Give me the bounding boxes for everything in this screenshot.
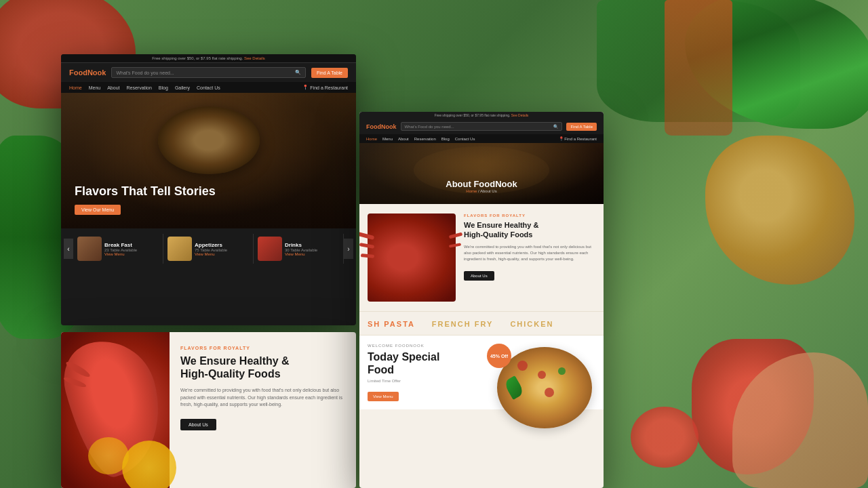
left-nav-contact[interactable]: Contact Us — [197, 85, 220, 90]
lemon-decoration-2 — [88, 437, 129, 474]
logo-brand: Food — [69, 68, 87, 77]
cat-breakfast-text: Break Fast 23 Table Available View Menu — [104, 242, 137, 256]
rm-about-btn[interactable]: About Us — [464, 271, 494, 281]
right-topbar: Free shipping over $50, or $7.95 flat ra… — [359, 112, 604, 119]
left-mockup: Free shipping over $50, or $7.95 flat ra… — [61, 54, 356, 325]
right-hero-title: About FoodNook — [446, 179, 517, 189]
lmb-title: We Ensure Healthy &High-Quality Foods — [180, 354, 345, 380]
rm-lobster-image — [368, 214, 456, 302]
right-special-section: WELCOME FOODNOOK Today SpecialFood Limit… — [359, 336, 604, 409]
marquee-fry: FRENCH FRY — [432, 320, 493, 328]
left-hero: Flavors That Tell Stories View Our Menu — [61, 93, 356, 228]
search-placeholder: What's Food do you need... — [116, 70, 174, 75]
right-nav: Home Menu About Reservation Blog Contact… — [359, 134, 604, 143]
right-mockup: Free shipping over $50, or $7.95 flat ra… — [359, 112, 604, 488]
cat-breakfast-img — [77, 237, 102, 261]
right-navbar: FoodNook What's Food do you need... 🔍 Fi… — [359, 119, 604, 134]
breadcrumb-current: About Us — [480, 189, 497, 193]
cat-appetizers-img — [167, 237, 192, 261]
topbar-link[interactable]: See Details — [244, 56, 265, 60]
cat-drinks-img — [258, 237, 282, 261]
discount-text: 45% Off — [490, 354, 508, 359]
hero-cta-btn[interactable]: View Our Menu — [75, 205, 121, 215]
cat-breakfast-name: Break Fast — [104, 242, 137, 248]
right-nav-find-restaurant: 📍 Find a Restaurant — [559, 136, 597, 141]
left-find-table-btn[interactable]: Find A Table — [311, 68, 348, 78]
topbar-text: Free shipping over $50, or $7.95 flat ra… — [152, 56, 243, 60]
mockups-container: Free shipping over $50, or $7.95 flat ra… — [0, 0, 868, 488]
left-nav-reservation[interactable]: Reservation — [127, 85, 152, 90]
left-nav: Home Menu About Reservation Blog Gallery… — [61, 82, 356, 93]
cat-next-arrow[interactable]: › — [344, 239, 353, 259]
rm-logo-brand: Food — [366, 123, 381, 130]
cat-drinks-link[interactable]: View Menu — [285, 252, 317, 256]
cat-prev-arrow[interactable]: ‹ — [64, 239, 73, 259]
rm-logo-suffix: Nook — [381, 123, 397, 130]
rm-nav-blog[interactable]: Blog — [441, 137, 450, 141]
cat-drinks-count: 30 Table Available — [285, 248, 317, 252]
rm-nav-menu[interactable]: Menu — [382, 137, 393, 141]
rm-about-title: We Ensure Healthy &High-Quality Foods — [464, 220, 595, 240]
left-nav-about[interactable]: About — [107, 85, 119, 90]
rm-about-description: We're committed to providing you with fo… — [464, 244, 595, 262]
discount-badge: 45% Off — [487, 344, 511, 368]
right-logo: FoodNook — [366, 123, 397, 130]
cat-appetizers-count: 75 Table Available — [195, 248, 227, 252]
right-search-bar[interactable]: What's Food do you need... 🔍 — [401, 122, 563, 131]
left-nav-home[interactable]: Home — [69, 85, 82, 90]
lmb-description: We're committed to providing you with fo… — [180, 387, 345, 409]
left-nav-gallery[interactable]: Gallery — [175, 85, 190, 90]
cat-drinks-name: Drinks — [285, 242, 317, 248]
category-drinks[interactable]: Drinks 30 Table Available View Menu — [254, 234, 344, 264]
lmb-about-btn[interactable]: About Us — [180, 419, 216, 430]
breadcrumb-home[interactable]: Home — [466, 189, 477, 193]
rm-nav-about[interactable]: About — [398, 137, 409, 141]
lmb-tag: FLAVORS FOR ROYALTY — [180, 346, 345, 350]
left-category-bar: ‹ Break Fast 23 Table Available View Men… — [61, 228, 356, 269]
special-title: Today SpecialFood — [368, 350, 480, 376]
left-nav-menu[interactable]: Menu — [89, 85, 101, 90]
rm-about-text: FLAVORS FOR ROYALTY We Ensure Healthy &H… — [464, 214, 595, 281]
category-breakfast[interactable]: Break Fast 23 Table Available View Menu — [73, 234, 163, 264]
left-nav-blog[interactable]: Blog — [159, 85, 168, 90]
cat-appetizers-name: Appetizers — [195, 242, 227, 248]
logo-suffix: Nook — [87, 68, 106, 77]
lmb-lobster-image — [61, 332, 170, 488]
marquee-text: SH PASTA FRENCH FRY CHICKEN — [368, 320, 554, 328]
rm-about-tag: FLAVORS FOR ROYALTY — [464, 214, 595, 218]
cat-appetizers-text: Appetizers 75 Table Available View Menu — [195, 242, 227, 256]
cat-appetizers-link[interactable]: View Menu — [195, 252, 227, 256]
lemon-decoration — [122, 441, 176, 488]
right-marquee: SH PASTA FRENCH FRY CHICKEN — [359, 311, 604, 336]
marquee-pasta: SH PASTA — [368, 320, 415, 328]
hero-plate — [158, 106, 260, 174]
right-breadcrumb: Home / About Us — [466, 189, 496, 193]
left-navbar: FoodNook What's Food do you need... 🔍 Fi… — [61, 63, 356, 82]
rm-search-icon: 🔍 — [553, 124, 558, 129]
lmb-text-section: FLAVORS FOR ROYALTY We Ensure Healthy &H… — [170, 332, 356, 488]
special-text: WELCOME FOODNOOK Today SpecialFood Limit… — [368, 344, 480, 401]
rm-search-placeholder: What's Food do you need... — [405, 125, 454, 129]
lmb-content: FLAVORS FOR ROYALTY We Ensure Healthy &H… — [61, 332, 356, 488]
left-logo: FoodNook — [69, 68, 106, 77]
rm-topbar-text: Free shipping over $50, or $7.95 flat ra… — [435, 113, 511, 117]
marquee-chicken: CHICKEN — [510, 320, 553, 328]
right-find-table-btn[interactable]: Find A Table — [566, 123, 597, 131]
rm-nav-contact[interactable]: Contact Us — [455, 137, 475, 141]
right-hero: About FoodNook Home / About Us — [359, 143, 604, 204]
special-view-menu-btn[interactable]: View Menu — [368, 392, 399, 401]
rm-nav-reservation[interactable]: Reservation — [414, 137, 436, 141]
cat-drinks-text: Drinks 30 Table Available View Menu — [285, 242, 317, 256]
category-appetizers[interactable]: Appetizers 75 Table Available View Menu — [163, 234, 254, 264]
cat-breakfast-count: 23 Table Available — [104, 248, 137, 252]
hero-title: Flavors That Tell Stories — [75, 184, 342, 199]
left-nav-find-restaurant: 📍 Find a Restaurant — [302, 85, 348, 90]
special-subtitle: Limited Time Offer — [368, 379, 480, 383]
right-about-section: FLAVORS FOR ROYALTY We Ensure Healthy &H… — [359, 204, 604, 311]
rm-nav-home[interactable]: Home — [366, 137, 377, 141]
rm-topbar-link[interactable]: See Details — [511, 113, 529, 117]
special-image-wrap: 45% Off — [487, 344, 595, 401]
search-icon: 🔍 — [295, 70, 301, 75]
cat-breakfast-link[interactable]: View Menu — [104, 252, 137, 256]
left-search-bar[interactable]: What's Food do you need... 🔍 — [111, 67, 306, 78]
